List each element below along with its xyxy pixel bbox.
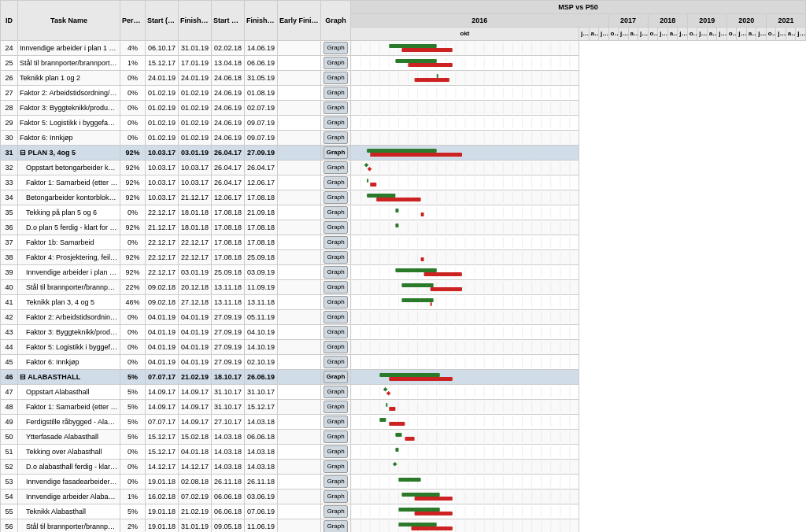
cell-finish-msp: 24.01.19: [179, 71, 212, 86]
cell-gantt: [351, 205, 579, 220]
cell-graph[interactable]: Graph: [321, 325, 351, 340]
month-okt-4: okt: [687, 28, 697, 41]
cell-graph[interactable]: Graph: [321, 430, 351, 445]
cell-task: Innvendige fasadearbeider i Alabast: [18, 475, 120, 490]
cell-id: 40: [1, 280, 18, 295]
graph-button[interactable]: Graph: [324, 326, 347, 338]
cell-graph[interactable]: Graph: [321, 265, 351, 280]
cell-graph[interactable]: Graph: [321, 56, 351, 71]
month-jul-4: jul: [717, 28, 727, 41]
cell-graph[interactable]: Graph: [321, 460, 351, 475]
graph-button[interactable]: Graph: [324, 266, 347, 279]
cell-histogram: [278, 340, 321, 355]
graph-button[interactable]: Graph: [324, 281, 347, 294]
cell-graph[interactable]: Graph: [321, 445, 351, 460]
graph-button[interactable]: Graph: [324, 206, 347, 219]
cell-finish-msp: 03.01.19: [179, 265, 212, 280]
cell-finish-msp: 01.02.19: [179, 101, 212, 116]
cell-start-exp: 27.09.19: [212, 310, 245, 325]
cell-start-msp: 19.01.18: [146, 504, 179, 519]
graph-button[interactable]: Graph: [324, 475, 347, 488]
cell-graph[interactable]: Graph: [321, 205, 351, 220]
cell-finish-msp: 18.01.18: [179, 205, 212, 220]
graph-button[interactable]: Graph: [324, 401, 347, 413]
graph-button[interactable]: Graph: [324, 430, 347, 443]
graph-button[interactable]: Graph: [324, 176, 347, 189]
cell-graph[interactable]: Graph: [321, 504, 351, 519]
graph-button[interactable]: Graph: [324, 236, 347, 249]
cell-graph[interactable]: Graph: [321, 355, 351, 370]
svg-rect-680: [379, 418, 386, 422]
svg-rect-53: [409, 63, 453, 67]
graph-button[interactable]: Graph: [324, 72, 347, 84]
cell-histogram: [278, 161, 321, 175]
cell-graph[interactable]: Graph: [321, 101, 351, 116]
graph-button[interactable]: Graph: [324, 490, 347, 503]
cell-graph[interactable]: Graph: [321, 370, 351, 385]
cell-start-exp: 31.10.17: [212, 385, 245, 400]
cell-graph[interactable]: Graph: [321, 235, 351, 250]
graph-button[interactable]: Graph: [324, 505, 347, 518]
cell-graph[interactable]: Graph: [321, 415, 351, 430]
cell-graph[interactable]: Graph: [321, 41, 351, 56]
cell-start-exp: 26.04.17: [212, 161, 245, 175]
cell-graph[interactable]: Graph: [321, 295, 351, 310]
graph-button[interactable]: Graph: [324, 520, 347, 532]
graph-button[interactable]: Graph: [324, 311, 347, 323]
cell-graph[interactable]: Graph: [321, 190, 351, 205]
graph-button[interactable]: Graph: [324, 460, 347, 473]
graph-button[interactable]: Graph: [324, 191, 347, 204]
graph-button[interactable]: Graph: [324, 102, 347, 114]
graph-button[interactable]: Graph: [324, 445, 347, 458]
cell-finish-exp: 14.03.18: [245, 415, 278, 430]
cell-start-msp: 15.12.17: [146, 445, 179, 460]
graph-button[interactable]: Graph: [324, 87, 347, 99]
cell-graph[interactable]: Graph: [321, 475, 351, 490]
month-apr-6: apr: [786, 28, 796, 41]
cell-gantt: [351, 131, 579, 146]
month-jan-2: jan: [619, 28, 629, 41]
cell-pct: 0%: [120, 101, 146, 116]
graph-button[interactable]: Graph: [324, 221, 347, 234]
cell-graph[interactable]: Graph: [321, 400, 351, 415]
graph-button[interactable]: Graph: [324, 57, 347, 69]
cell-pct: 5%: [120, 415, 146, 430]
graph-button[interactable]: Graph: [324, 356, 347, 368]
graph-button[interactable]: Graph: [324, 131, 347, 144]
cell-graph[interactable]: Graph: [321, 280, 351, 295]
graph-button[interactable]: Graph: [324, 251, 347, 264]
table-row: 54 Innvendige arbeider Alabasthall 1% 16…: [1, 490, 806, 504]
svg-rect-734: [395, 448, 398, 452]
cell-start-msp: 10.03.17: [146, 190, 179, 205]
cell-graph[interactable]: Graph: [321, 71, 351, 86]
cell-graph[interactable]: Graph: [321, 490, 351, 504]
cell-graph[interactable]: Graph: [321, 161, 351, 175]
cell-graph[interactable]: Graph: [321, 310, 351, 325]
graph-button[interactable]: Graph: [324, 161, 347, 174]
cell-graph[interactable]: Graph: [321, 220, 351, 235]
cell-graph[interactable]: Graph: [321, 385, 351, 400]
graph-button[interactable]: Graph: [324, 416, 347, 428]
graph-button[interactable]: Graph: [324, 386, 347, 398]
cell-graph[interactable]: Graph: [321, 86, 351, 101]
cell-id: 27: [1, 86, 18, 101]
cell-pct: 0%: [120, 340, 146, 355]
cell-graph[interactable]: Graph: [321, 131, 351, 146]
cell-graph[interactable]: Graph: [321, 340, 351, 355]
cell-graph[interactable]: Graph: [321, 146, 351, 161]
graph-button[interactable]: Graph: [324, 296, 347, 308]
cell-graph[interactable]: Graph: [321, 175, 351, 190]
graph-button[interactable]: Graph: [324, 371, 349, 383]
cell-start-msp: 07.07.17: [146, 415, 179, 430]
graph-button[interactable]: Graph: [324, 116, 347, 129]
graph-button[interactable]: Graph: [324, 146, 349, 159]
cell-start-msp: 10.03.17: [146, 146, 179, 161]
graph-button[interactable]: Graph: [324, 341, 347, 353]
cell-start-exp: 02.02.18: [212, 41, 245, 56]
cell-graph[interactable]: Graph: [321, 116, 351, 131]
graph-button[interactable]: Graph: [324, 42, 347, 54]
cell-graph[interactable]: Graph: [321, 250, 351, 265]
cell-start-exp: 31.10.17: [212, 400, 245, 415]
cell-graph[interactable]: Graph: [321, 519, 351, 533]
cell-start-msp: 09.02.18: [146, 280, 179, 295]
